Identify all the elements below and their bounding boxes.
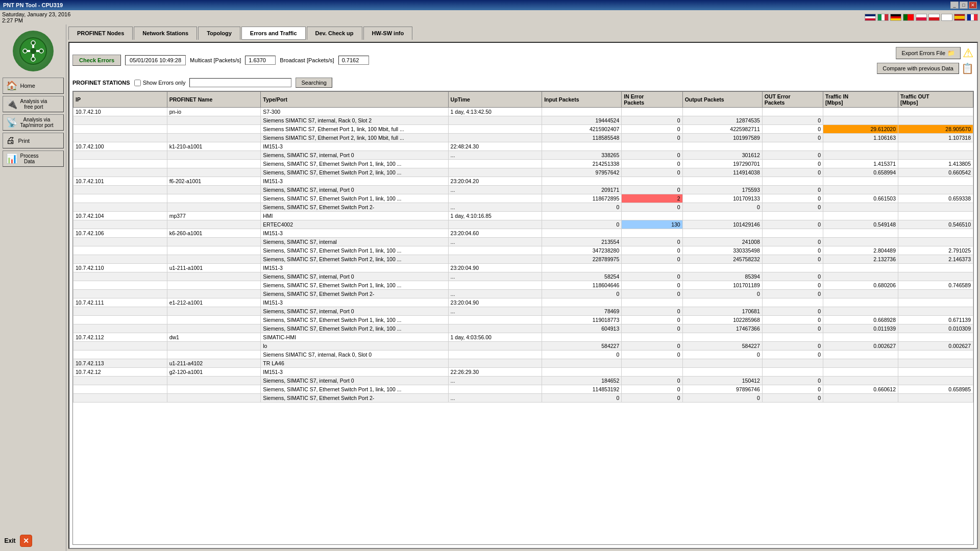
show-errors-checkbox[interactable]: [134, 80, 141, 86]
col-header-ip: IP: [74, 92, 167, 108]
flag-fr[interactable]: [967, 14, 978, 21]
table-cell-0: 10.7.42.101: [74, 177, 167, 186]
flag-de[interactable]: [890, 14, 901, 21]
table-cell-9: [898, 368, 973, 377]
table-cell-0: [74, 168, 167, 177]
table-cell-3: 23:20:04.60: [448, 229, 542, 238]
table-cell-6: [682, 177, 762, 186]
table-cell-4: 0: [542, 220, 622, 229]
search-input[interactable]: [189, 78, 291, 87]
table-cell-3: 23:20:04.90: [448, 298, 542, 307]
tab-topology[interactable]: Topology: [198, 27, 240, 40]
table-cell-1: e1-212-a1001: [167, 298, 261, 307]
table-cell-7: 0: [762, 281, 823, 290]
table-cell-2: Siemens, SIMATIC S7, internal, Port 0: [261, 151, 448, 160]
table-row: Siemens, SIMATIC S7, Ethernet Switch Por…: [74, 385, 973, 394]
table-cell-4: [542, 333, 622, 342]
table-cell-9: 0.002627: [898, 342, 973, 350]
flag-kr[interactable]: [941, 14, 952, 21]
table-row: Siemens SIMATIC S7, Ethernet Port 1, lin…: [74, 125, 973, 134]
table-row: ERTEC4002013010142914600.5491480.546510: [74, 220, 973, 229]
language-flags[interactable]: [865, 14, 978, 21]
table-cell-3: [448, 168, 542, 177]
table-cell-6: 175593: [682, 186, 762, 194]
process-data-button[interactable]: 📊 ProcessData: [3, 151, 64, 167]
close-button[interactable]: ✕: [969, 2, 977, 9]
table-cell-7: 0: [762, 203, 823, 212]
table-cell-8: 0.680206: [823, 281, 898, 290]
analysis-tap-button[interactable]: 📡 Analysis viaTap/mirror port: [3, 114, 64, 131]
table-cell-2: Siemens, SIMATIC S7, Ethernet Switch Por…: [261, 316, 448, 324]
table-cell-2: Siemens, SIMATIC S7, Ethernet Switch Por…: [261, 324, 448, 333]
table-cell-0: 10.7.42.12: [74, 368, 167, 377]
table-cell-9: [898, 116, 973, 125]
table-cell-2: Siemens, SIMATIC S7, internal, Port 0: [261, 186, 448, 194]
table-cell-3: [448, 359, 542, 368]
title-bar-controls[interactable]: _ □ ✕: [950, 2, 977, 9]
table-cell-9: 0.746589: [898, 281, 973, 290]
table-cell-4: [542, 142, 622, 151]
print-button[interactable]: 🖨 Print: [3, 133, 64, 148]
table-cell-5: 0: [622, 377, 682, 385]
table-cell-8: [823, 394, 898, 403]
table-cell-0: 10.7.42.106: [74, 229, 167, 238]
table-cell-4: 0: [542, 394, 622, 403]
flag-es[interactable]: [954, 14, 965, 21]
flag-it[interactable]: [877, 14, 889, 21]
table-cell-9: 1.107318: [898, 134, 973, 142]
analysis-free-port-button[interactable]: 🔌 Analysis viafree port: [3, 96, 64, 112]
table-cell-5: 0: [622, 186, 682, 194]
tab-profinet-nodes[interactable]: PROFINET Nodes: [68, 27, 133, 40]
table-cell-9: 0.671139: [898, 316, 973, 324]
table-cell-0: [74, 281, 167, 290]
check-errors-button[interactable]: Check Errors: [72, 55, 121, 66]
table-cell-9: [898, 212, 973, 220]
table-cell-0: [74, 151, 167, 160]
tab-errors-traffic[interactable]: Errors and Traffic: [241, 27, 306, 40]
table-cell-0: 10.7.42.100: [74, 142, 167, 151]
table-cell-4: 338265: [542, 151, 622, 160]
table-cell-1: u1-211-a1001: [167, 264, 261, 272]
table-cell-4: 0: [542, 350, 622, 359]
table-cell-8: [823, 368, 898, 377]
exit-button[interactable]: ✕: [20, 535, 32, 547]
table-cell-5: [622, 264, 682, 272]
table-row: Siemens, SIMATIC S7, internal, Port 0...…: [74, 186, 973, 194]
table-cell-6: 85394: [682, 272, 762, 281]
table-cell-8: 0.658994: [823, 168, 898, 177]
table-cell-9: [898, 151, 973, 160]
table-cell-1: [167, 394, 261, 403]
table-cell-6: [682, 298, 762, 307]
flag-pt[interactable]: [903, 14, 914, 21]
tab-hw-sw-info[interactable]: HW-SW info: [363, 27, 413, 40]
table-cell-1: [167, 324, 261, 333]
menu-bar: Saturday, January 23, 2016 2:27 PM: [0, 10, 980, 24]
table-cell-0: 10.7.42.10: [74, 108, 167, 116]
table-cell-2: Siemens, SIMATIC S7, Ethernet Switch Por…: [261, 290, 448, 298]
table-cell-3: [448, 350, 542, 359]
export-errors-button[interactable]: Export Errors File 📁: [896, 47, 961, 59]
table-cell-6: 150412: [682, 377, 762, 385]
compare-button[interactable]: Compare with previous Data: [877, 63, 959, 74]
table-cell-4: 184652: [542, 377, 622, 385]
show-errors-label[interactable]: Show Errors only: [134, 80, 186, 86]
searching-button[interactable]: Searching: [296, 78, 332, 88]
flag-pl[interactable]: [916, 14, 927, 21]
home-button[interactable]: 🏠 Home: [3, 78, 64, 94]
tab-dev-checkup[interactable]: Dev. Check up: [307, 27, 362, 40]
flag-uk[interactable]: [865, 14, 876, 21]
table-cell-2: Siemens SIMATIC S7, internal, Rack 0, Sl…: [261, 350, 448, 359]
table-row: 10.7.42.12g2-120-a1001IM151-322:26:29.30: [74, 368, 973, 377]
table-cell-3: [448, 220, 542, 229]
sidebar: 🏠 Home 🔌 Analysis viafree port 📡 Analysi…: [0, 24, 66, 551]
table-cell-5: 130: [622, 220, 682, 229]
tab-network-stations[interactable]: Network Stations: [134, 27, 197, 40]
maximize-button[interactable]: □: [960, 2, 968, 9]
table-cell-1: [167, 350, 261, 359]
minimize-button[interactable]: _: [950, 2, 959, 9]
table-cell-8: 0.661503: [823, 194, 898, 203]
flag-cz[interactable]: [928, 14, 940, 21]
table-cell-1: [167, 151, 261, 160]
table-cell-0: [74, 307, 167, 316]
table-cell-5: 0: [622, 125, 682, 134]
